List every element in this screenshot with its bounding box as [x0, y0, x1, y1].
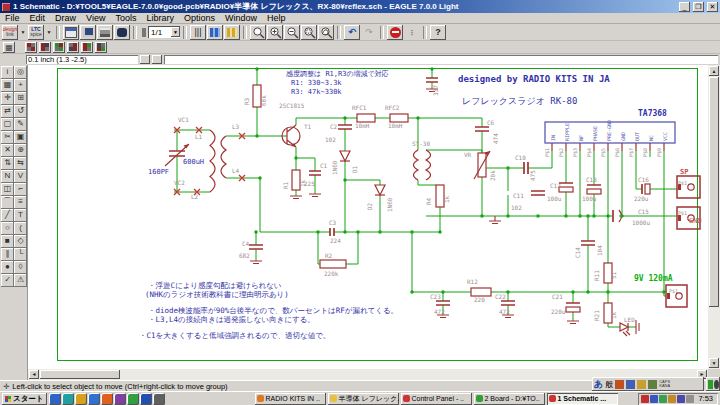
- change-tool[interactable]: ✎: [14, 118, 27, 131]
- add-tool[interactable]: ⊕: [14, 144, 27, 157]
- board-switch-icon[interactable]: [63, 25, 79, 40]
- coord-mode-button2[interactable]: [152, 55, 162, 64]
- junction-tool[interactable]: ●: [1, 261, 14, 274]
- arc-tool[interactable]: (: [14, 222, 27, 235]
- ime-kana[interactable]: KANA: [659, 384, 670, 388]
- menu-window[interactable]: Window: [220, 13, 262, 23]
- ime-conversion-mode[interactable]: 般: [605, 379, 613, 390]
- quicklaunch-icon-7[interactable]: [127, 393, 139, 405]
- undo-icon[interactable]: ↶: [344, 25, 360, 40]
- circle-tool[interactable]: ○: [1, 222, 14, 235]
- show-tool[interactable]: ◎: [14, 66, 27, 79]
- close-button[interactable]: ✕: [707, 2, 718, 12]
- delete-tool[interactable]: ✕: [1, 144, 14, 157]
- rotate-tool[interactable]: ↺: [14, 105, 27, 118]
- quicklaunch-icon-9[interactable]: [153, 393, 165, 405]
- menu-file[interactable]: File: [0, 13, 25, 23]
- layer-settings-icon[interactable]: [207, 25, 223, 40]
- scroll-down-icon[interactable]: ▼: [709, 358, 719, 368]
- sheet-thumb-icon[interactable]: [140, 25, 147, 40]
- taskbar-window-button[interactable]: 1 Schematic ...: [547, 393, 618, 405]
- layer-swatch-1[interactable]: [25, 42, 37, 53]
- net-tool[interactable]: └: [14, 248, 27, 261]
- minimize-button[interactable]: _: [679, 2, 690, 12]
- paste-tool[interactable]: ▣: [14, 131, 27, 144]
- quicklaunch-icon-4[interactable]: [88, 393, 100, 405]
- erc-tool[interactable]: ✓: [1, 274, 14, 287]
- menu-view[interactable]: View: [81, 13, 110, 23]
- layer-swatch-4[interactable]: [67, 42, 79, 53]
- tray-icon-4[interactable]: [668, 395, 676, 403]
- menu-tools[interactable]: Tools: [110, 13, 141, 23]
- ime-dict-icon[interactable]: [637, 380, 646, 389]
- cam-export-icon[interactable]: [114, 25, 130, 40]
- ime-pad-icon[interactable]: [626, 380, 635, 389]
- errors-tool[interactable]: ⚠: [14, 274, 27, 287]
- ime-prop-icon[interactable]: [648, 380, 657, 389]
- pinswap-tool[interactable]: ⇅: [1, 157, 14, 170]
- ime-pen-icon[interactable]: [615, 380, 624, 389]
- menu-library[interactable]: Library: [141, 13, 179, 23]
- zoom-out-icon[interactable]: [284, 25, 300, 40]
- tray-icon-2[interactable]: [650, 395, 658, 403]
- taskbar-window-button[interactable]: RADIO KITS IN ..: [255, 393, 326, 405]
- start-button[interactable]: スタート: [2, 393, 47, 405]
- taskbar-window-button[interactable]: Control Panel - ..: [401, 393, 472, 405]
- mark-tool[interactable]: +: [14, 79, 27, 92]
- tray-icon-5[interactable]: [677, 395, 685, 403]
- quicklaunch-icon-8[interactable]: [140, 393, 152, 405]
- quicklaunch-icon-5[interactable]: [101, 393, 113, 405]
- display-tool[interactable]: ▦: [1, 79, 14, 92]
- tray-icon-3[interactable]: [659, 395, 667, 403]
- split-tool[interactable]: ⌒: [1, 196, 14, 209]
- tray-icon-6[interactable]: [686, 395, 694, 403]
- designlink-button[interactable]: designlink: [2, 25, 18, 40]
- wire-tool[interactable]: ╱: [1, 209, 14, 222]
- replace-tool[interactable]: ⇆: [14, 157, 27, 170]
- quicklaunch-icon-6[interactable]: [114, 393, 126, 405]
- sheet-select-dropdown[interactable]: ▼: [171, 27, 180, 37]
- menu-draw[interactable]: Draw: [50, 13, 81, 23]
- rect-tool[interactable]: ■: [1, 235, 14, 248]
- layer-swatch-5[interactable]: [81, 42, 93, 53]
- sheet-select[interactable]: 1/1 ▼: [148, 26, 180, 38]
- menu-help[interactable]: Help: [262, 13, 291, 23]
- ime-input-mode[interactable]: あ: [594, 378, 603, 391]
- zoom-redraw-icon[interactable]: [318, 25, 334, 40]
- quicklaunch-icon-1[interactable]: [49, 393, 61, 405]
- taskbar-window-button[interactable]: 2 Board - D:¥TO..: [474, 393, 545, 405]
- sheets-icon[interactable]: |||: [190, 25, 206, 40]
- ltspice-button[interactable]: LTCspice: [28, 25, 44, 40]
- menu-edit[interactable]: Edit: [25, 13, 51, 23]
- restore-button[interactable]: ❐: [693, 2, 704, 12]
- invoke-tool[interactable]: ≡: [14, 196, 27, 209]
- vertical-scroll-thumb[interactable]: [709, 77, 719, 307]
- move-tool[interactable]: ✛: [1, 92, 14, 105]
- zoom-fit-icon[interactable]: [250, 25, 266, 40]
- ltspice-dropdown[interactable]: ▼: [45, 25, 53, 40]
- tray-icon-1[interactable]: [641, 395, 649, 403]
- cut-tool[interactable]: ✂: [1, 131, 14, 144]
- designlink-dropdown[interactable]: ▼: [19, 25, 27, 40]
- zoom-in-icon[interactable]: [267, 25, 283, 40]
- schematic-canvas[interactable]: VC1L1VC2L2L3L4R368k160PF600uH2SC1815T1C2…: [28, 65, 708, 369]
- display-layers-icon[interactable]: [224, 25, 240, 40]
- text-tool[interactable]: T: [14, 209, 27, 222]
- info-tool[interactable]: i: [1, 66, 14, 79]
- horizontal-scroll-thumb[interactable]: [40, 370, 120, 379]
- name-tool[interactable]: N: [1, 170, 14, 183]
- coord-mode-button[interactable]: [140, 55, 150, 64]
- print-icon[interactable]: [97, 25, 113, 40]
- ime-minimize-strip[interactable]: [706, 377, 720, 391]
- layer-swatch-6[interactable]: [95, 42, 107, 53]
- menu-options[interactable]: Options: [179, 13, 220, 23]
- quicklaunch-icon-2[interactable]: [62, 393, 74, 405]
- bus-tool[interactable]: ∥: [1, 248, 14, 261]
- save-icon[interactable]: [80, 25, 96, 40]
- vertical-scrollbar[interactable]: ▲ ▼: [708, 65, 720, 369]
- scroll-up-icon[interactable]: ▲: [709, 66, 719, 76]
- polygon-tool[interactable]: ◇: [14, 235, 27, 248]
- help-icon[interactable]: ?: [430, 25, 446, 40]
- label-tool[interactable]: ◊: [14, 261, 27, 274]
- quicklaunch-icon-3[interactable]: [75, 393, 87, 405]
